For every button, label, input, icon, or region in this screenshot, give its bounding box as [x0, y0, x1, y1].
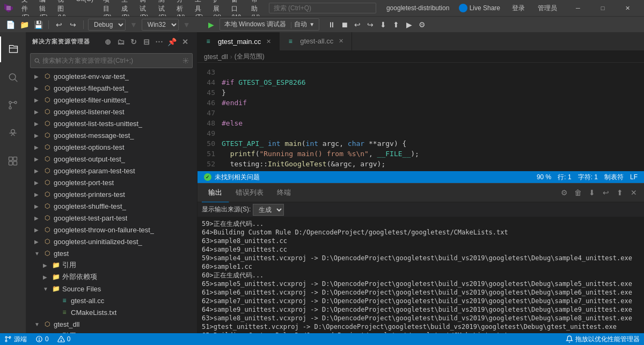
main-toolbar: 📄 📁 💾 ↩ ↪ Debug ▼ Win32 ▼ ▶ 本地 Windows 调…: [0, 16, 644, 32]
sidebar-header-actions: ⊕ 🗂 ↻ ⊟ ··· 📌 ✕: [103, 36, 191, 47]
tree-item-filepath[interactable]: ▶ ⬡ googletest-filepath-test_: [26, 82, 197, 94]
tree-label-source-files: Source Files: [62, 285, 101, 293]
panel-tab-errors[interactable]: 错误列表: [229, 183, 270, 202]
tree-item-gtest-refs[interactable]: ▶ 📁 引用: [26, 259, 197, 271]
tree-item-options[interactable]: ▶ ⬡ googletest-options-test: [26, 141, 197, 153]
toolbar-btn-6[interactable]: ⬆: [390, 19, 402, 31]
tab-close-btn[interactable]: ✕: [336, 37, 345, 46]
svg-point-0: [9, 74, 16, 80]
svg-point-10: [35, 58, 39, 62]
tree-item-shuffle[interactable]: ▶ ⬡ googletest-shuffle-test_: [26, 200, 197, 212]
tree-item-test-part[interactable]: ▶ ⬡ googletest-test-part-test: [26, 212, 197, 224]
panel-scroll-lock-btn[interactable]: ⬇: [586, 187, 598, 199]
sidebar-search-box: [30, 53, 193, 68]
tree-item-gtest-all-cc[interactable]: ≡ gtest-all.cc: [26, 295, 197, 306]
undo-btn[interactable]: ↩: [53, 19, 65, 31]
editor-status-bar: ✓ 未找到相关问题 90 % 行: 1 字符: 1 制表符 LF: [197, 171, 644, 183]
close-button[interactable]: ✕: [615, 0, 640, 16]
toolbar-sep2: [83, 20, 84, 29]
sidebar-pin-btn[interactable]: 📌: [167, 36, 178, 47]
editor-scrollbar[interactable]: [639, 63, 644, 171]
tree-item-gtest-cmake[interactable]: ≡ CMakeLists.txt: [26, 306, 197, 318]
maximize-button[interactable]: □: [590, 0, 615, 16]
panel-content[interactable]: 59>正在生成代码... 64>Building Custom Rule D:/…: [197, 217, 644, 333]
login-button[interactable]: 登录: [508, 3, 529, 14]
tree-item-listener[interactable]: ▶ ⬡ googletest-listener-test: [26, 106, 197, 118]
code-content[interactable]: #if GTEST_OS_ESP8266 } #endif #else GTES…: [222, 63, 596, 171]
activity-debug[interactable]: [0, 120, 26, 146]
global-search-input[interactable]: [269, 3, 376, 13]
panel-wrap-btn[interactable]: ↩: [600, 187, 612, 199]
sidebar-more-btn[interactable]: ···: [154, 36, 165, 47]
manage-button[interactable]: 管理员: [533, 3, 561, 14]
new-file-btn[interactable]: 📄: [4, 19, 16, 31]
panel-filter-btn[interactable]: ⚙: [558, 187, 570, 199]
tree-item-throw[interactable]: ▶ ⬡ googletest-throw-on-failure-test_: [26, 224, 197, 236]
sidebar-new-folder-btn[interactable]: 🗂: [115, 36, 126, 47]
status-errors[interactable]: 0: [31, 333, 53, 345]
sidebar-close-btn[interactable]: ✕: [180, 36, 191, 47]
tree-item-gtest-extern[interactable]: ▶ 📁 外部依赖项: [26, 271, 197, 283]
activity-explorer[interactable]: [0, 36, 26, 62]
toolbar-btn-2[interactable]: ⏹: [339, 19, 350, 31]
activity-bar: [0, 32, 26, 333]
panel-clear-btn[interactable]: 🗑: [572, 187, 584, 199]
tree-label: googletest-list-tests-unittest_: [54, 120, 142, 128]
run-target[interactable]: 本地 Windows 调试器 | 自动 ▼: [219, 18, 319, 31]
output-source-dropdown[interactable]: 生成: [253, 204, 284, 216]
sidebar-search-input[interactable]: [42, 57, 180, 64]
panel-tab-terminal[interactable]: 终端: [270, 183, 298, 202]
toolbar-btn-4[interactable]: ↪: [364, 19, 376, 31]
activity-search[interactable]: [0, 64, 26, 90]
sidebar-search-settings-icon[interactable]: [182, 57, 189, 64]
project-icon: ⬡: [43, 225, 52, 234]
sidebar-refresh-btn[interactable]: ↻: [128, 36, 139, 47]
tree-item-gtest-dll[interactable]: ▼ ⬡ gtest_dll: [26, 318, 197, 330]
title-bar: 文件(F) 编辑(E) 视图(V) Git(G) 项目(P) 生成(B) 调试(…: [0, 0, 644, 16]
status-branch[interactable]: 源端: [0, 333, 31, 345]
liveshare-button[interactable]: Live Share: [456, 3, 503, 13]
toolbar-btn-8[interactable]: ⚙: [416, 19, 428, 31]
breadcrumb-scope[interactable]: (全局范围): [235, 52, 265, 61]
tree-item-env-var[interactable]: ▶ ⬡ googletest-env-var-test_: [26, 70, 197, 82]
run-btn[interactable]: ▶: [206, 19, 217, 31]
tree-item-filter[interactable]: ▶ ⬡ googletest-filter-unittest_: [26, 94, 197, 106]
breadcrumb-file[interactable]: gtest_dll: [204, 53, 228, 61]
toolbar-btn-5[interactable]: ⬇: [377, 19, 389, 31]
tree-item-output[interactable]: ▶ ⬡ googletest-output-test_: [26, 153, 197, 165]
svg-rect-7: [13, 157, 17, 161]
debug-config-dropdown[interactable]: Debug: [88, 19, 126, 31]
platform-dropdown[interactable]: Win32: [142, 19, 179, 31]
tab-close-btn[interactable]: ✕: [264, 37, 273, 46]
toolbar-btn-7[interactable]: ▶: [403, 19, 415, 31]
project-icon: ⬡: [43, 143, 52, 151]
tab-gtest-main-cc[interactable]: ≡ gtest_main.cc ✕: [197, 32, 280, 50]
status-notifications[interactable]: 拖放以优化性能管理器: [561, 333, 644, 345]
toolbar-btn-1[interactable]: ⏸: [326, 19, 338, 31]
tree-arrow: ▶: [34, 121, 43, 127]
tree-item-printers[interactable]: ▶ ⬡ googletest-printers-test: [26, 188, 197, 200]
save-btn[interactable]: 💾: [32, 19, 44, 31]
open-folder-btn[interactable]: 📁: [18, 19, 30, 31]
toolbar-btn-3[interactable]: ↩: [352, 19, 363, 31]
panel-maximize-btn[interactable]: ⬆: [614, 187, 626, 199]
tab-gtest-all-cc[interactable]: ≡ gtest-all.cc ✕: [280, 32, 352, 50]
minimize-button[interactable]: ─: [566, 0, 590, 16]
tree-item-message[interactable]: ▶ ⬡ googletest-message-test_: [26, 129, 197, 141]
sidebar-collapse-btn[interactable]: ⊟: [141, 36, 152, 47]
panel-toolbar: 显示输出来源(S): 生成: [197, 202, 644, 217]
tree-item-gtest[interactable]: ▼ ⬡ gtest: [26, 247, 197, 259]
tree-item-gtest-sourcefiles[interactable]: ▼ 📁 Source Files: [26, 283, 197, 295]
status-warnings[interactable]: 0: [53, 333, 75, 345]
tree-item-param[interactable]: ▶ ⬡ googletest-param-test-test: [26, 165, 197, 177]
tree-item-list-tests[interactable]: ▶ ⬡ googletest-list-tests-unittest_: [26, 118, 197, 129]
tree-arrow: ▶: [34, 203, 43, 209]
activity-extensions[interactable]: [0, 148, 26, 174]
tree-item-uninit[interactable]: ▶ ⬡ googletest-uninitialized-test_: [26, 236, 197, 247]
sidebar-new-file-btn[interactable]: ⊕: [103, 36, 113, 47]
panel-close-btn[interactable]: ✕: [628, 187, 640, 199]
tree-item-port[interactable]: ▶ ⬡ googletest-port-test: [26, 177, 197, 188]
activity-git[interactable]: [0, 92, 26, 118]
panel-tab-output[interactable]: 输出: [202, 183, 229, 202]
redo-btn[interactable]: ↪: [67, 19, 79, 31]
